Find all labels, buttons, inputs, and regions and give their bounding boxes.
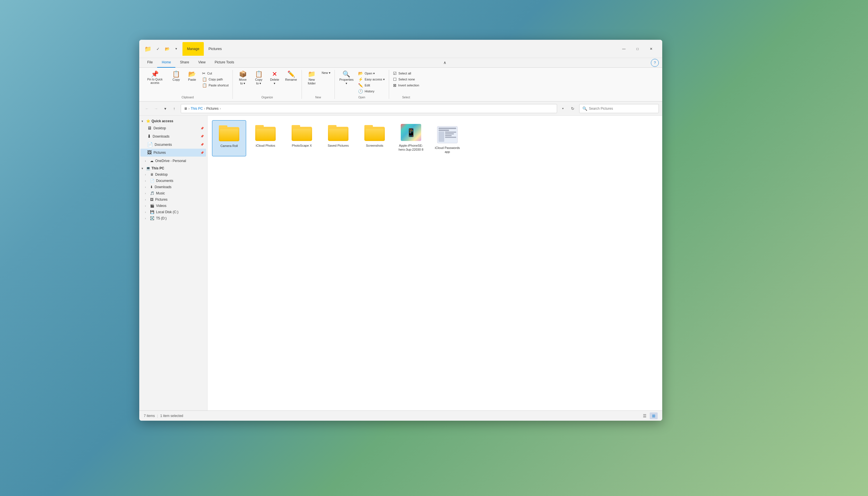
- pin-quick-access-button[interactable]: 📌 Pin to Quickaccess: [145, 70, 165, 86]
- dropdown-arrow-icon[interactable]: ▼: [172, 45, 180, 53]
- open-icon: 📂: [358, 71, 363, 76]
- apple-iphone-icon: 📱: [400, 123, 422, 142]
- sidebar-item-music-pc[interactable]: › 🎵 Music: [140, 190, 206, 197]
- sidebar-item-videos-pc[interactable]: › 🎬 Videos: [140, 203, 206, 209]
- open-buttons: 🔍 Properties▾ 📂 Open ▾ ⚡ Easy access ▾ ✏…: [337, 70, 386, 95]
- help-button[interactable]: ?: [651, 59, 659, 67]
- forward-button[interactable]: →: [152, 104, 160, 113]
- sidebar-item-downloads-qa[interactable]: ⬇ Downloads 📌: [140, 132, 206, 140]
- sidebar-item-documents-qa[interactable]: 📄 Documents 📌: [140, 140, 206, 149]
- breadcrumb[interactable]: 🖥 › This PC › Pictures ›: [181, 104, 557, 113]
- clipboard-label: Clipboard: [145, 95, 230, 99]
- quick-access-header[interactable]: ▾ ⭐ Quick access: [139, 118, 207, 124]
- this-pc-header[interactable]: ▾ 💻 This PC: [139, 165, 207, 171]
- properties-icon: 🔍: [343, 71, 350, 77]
- history-button[interactable]: 🕐 History: [357, 88, 386, 94]
- onedrive-section: › ☁ OneDrive - Personal: [139, 158, 207, 164]
- sidebar-item-documents-pc[interactable]: › 📄 Documents: [140, 177, 206, 184]
- rename-button[interactable]: ✏️ Rename: [283, 70, 299, 83]
- sidebar-item-pictures-pc[interactable]: › 🖼 Pictures: [140, 197, 206, 203]
- videos-label: Videos: [156, 204, 166, 208]
- file-camera-roll[interactable]: Camera Roll: [212, 120, 246, 156]
- search-box[interactable]: 🔍: [579, 104, 659, 113]
- paste-shortcut-button[interactable]: 📋 Paste shortcut: [200, 82, 230, 88]
- tab-picture-tools[interactable]: Picture Tools: [210, 58, 238, 68]
- select-all-icon: ☑: [393, 71, 397, 76]
- recent-locations-button[interactable]: ▾: [161, 104, 169, 113]
- file-saved-pictures[interactable]: Saved Pictures: [321, 120, 355, 156]
- sidebar-item-local-disk[interactable]: › 💾 Local Disk (C:): [140, 209, 206, 215]
- quick-access-arrow: ▾: [142, 120, 145, 123]
- documents2-label: Documents: [156, 179, 173, 183]
- copy-to-button[interactable]: 📋 Copyto ▾: [251, 70, 266, 87]
- file-icloud-photos[interactable]: iCloud Photos: [248, 120, 283, 156]
- cut-button[interactable]: ✂ Cut: [200, 71, 230, 76]
- search-input[interactable]: [589, 107, 656, 111]
- copy-button[interactable]: 📋 Copy: [169, 70, 184, 83]
- paste-icon: 📂: [188, 71, 196, 77]
- copy-path-button[interactable]: 📋 Copy path: [200, 76, 230, 82]
- checkmark-icon[interactable]: ✓: [154, 45, 162, 53]
- t5-icon: 💽: [150, 216, 154, 220]
- file-icloud-passwords[interactable]: iCloud Passwords app: [430, 123, 464, 156]
- file-photoscape-x[interactable]: PhotoScape X: [285, 120, 319, 156]
- delete-button[interactable]: ✕ Delete▾: [267, 70, 282, 87]
- back-button[interactable]: ←: [143, 104, 151, 113]
- breadcrumb-dropdown[interactable]: ▾: [559, 104, 566, 113]
- selected-count: 1 item selected: [160, 414, 183, 418]
- up-button[interactable]: ↑: [170, 104, 178, 113]
- file-screenshots[interactable]: Screenshots: [358, 120, 392, 156]
- onedrive-icon: ☁: [150, 159, 154, 163]
- select-small-group: ☑ Select all ☐ Select none ⊠ Invert sele…: [391, 70, 421, 89]
- tab-view[interactable]: View: [193, 58, 210, 68]
- desktop-icon: 🖥: [147, 126, 152, 131]
- nav-arrows: ← → ▾ ↑: [143, 104, 178, 113]
- sidebar-item-downloads-pc[interactable]: › ⬇ Downloads: [140, 184, 206, 190]
- tab-collapse[interactable]: ∧: [439, 58, 451, 68]
- folder-qa-icon[interactable]: 📂: [163, 45, 171, 53]
- select-none-button[interactable]: ☐ Select none: [391, 76, 421, 82]
- sidebar-item-desktop-qa[interactable]: 🖥 Desktop 📌: [140, 124, 206, 132]
- copy-to-icon: 📋: [255, 71, 263, 77]
- paste-button[interactable]: 📂 Paste: [185, 70, 200, 83]
- downloads-label: Downloads: [153, 135, 199, 138]
- window-title: Pictures: [208, 47, 222, 51]
- quick-access-label: Quick access: [152, 119, 173, 123]
- new-folder-button[interactable]: 📁 Newfolder: [304, 70, 319, 87]
- manage-tab[interactable]: Manage: [183, 42, 204, 56]
- new-buttons: 📁 Newfolder New ▾: [304, 70, 332, 95]
- refresh-button[interactable]: ↻: [568, 104, 577, 113]
- minimize-button[interactable]: —: [617, 44, 630, 53]
- this-pc-label: This PC: [152, 166, 164, 170]
- file-apple-iphone[interactable]: 📱 Apple-iPhoneSE-hero-3up-22030 8: [394, 120, 428, 156]
- this-pc-icon: 💻: [146, 166, 151, 170]
- invert-selection-icon: ⊠: [393, 83, 396, 88]
- sidebar-item-desktop-pc[interactable]: › 🖥 Desktop: [140, 171, 206, 177]
- large-icons-view-button[interactable]: ⊞: [650, 413, 658, 419]
- open-button[interactable]: 📂 Open ▾: [357, 71, 386, 76]
- onedrive-label: OneDrive - Personal: [155, 159, 186, 163]
- edit-button[interactable]: ✏️ Edit: [357, 82, 386, 88]
- open-group: 🔍 Properties▾ 📂 Open ▾ ⚡ Easy access ▾ ✏…: [335, 70, 389, 99]
- details-view-button[interactable]: ☰: [641, 413, 649, 419]
- properties-button[interactable]: 🔍 Properties▾: [337, 70, 356, 87]
- breadcrumb-pictures[interactable]: Pictures: [206, 107, 219, 111]
- tab-share[interactable]: Share: [175, 58, 193, 68]
- move-to-button[interactable]: 📦 Moveto ▾: [235, 70, 250, 87]
- new-item-button[interactable]: New ▾: [320, 71, 332, 75]
- tab-home[interactable]: Home: [157, 58, 175, 68]
- organize-buttons: 📦 Moveto ▾ 📋 Copyto ▾ ✕ Delete▾ ✏️ Renam…: [235, 70, 299, 95]
- easy-access-button[interactable]: ⚡ Easy access ▾: [357, 76, 386, 82]
- close-button[interactable]: ✕: [645, 44, 658, 53]
- sidebar-item-pictures-qa[interactable]: 🖼 Pictures 📌: [140, 149, 206, 157]
- breadcrumb-this-pc[interactable]: This PC: [191, 107, 203, 111]
- sidebar-item-t5[interactable]: › 💽 T5 (D:): [140, 215, 206, 221]
- invert-selection-button[interactable]: ⊠ Invert selection: [391, 82, 421, 88]
- onedrive-header[interactable]: › ☁ OneDrive - Personal: [140, 158, 206, 164]
- maximize-button[interactable]: □: [631, 44, 644, 53]
- select-all-button[interactable]: ☑ Select all: [391, 71, 421, 76]
- copy-icon: 📋: [172, 71, 180, 77]
- clipboard-group: 📌 Pin to Quickaccess 📋 Copy 📂 Paste ✂ Cu…: [143, 70, 233, 99]
- rename-icon: ✏️: [287, 71, 295, 77]
- tab-file[interactable]: File: [143, 58, 157, 68]
